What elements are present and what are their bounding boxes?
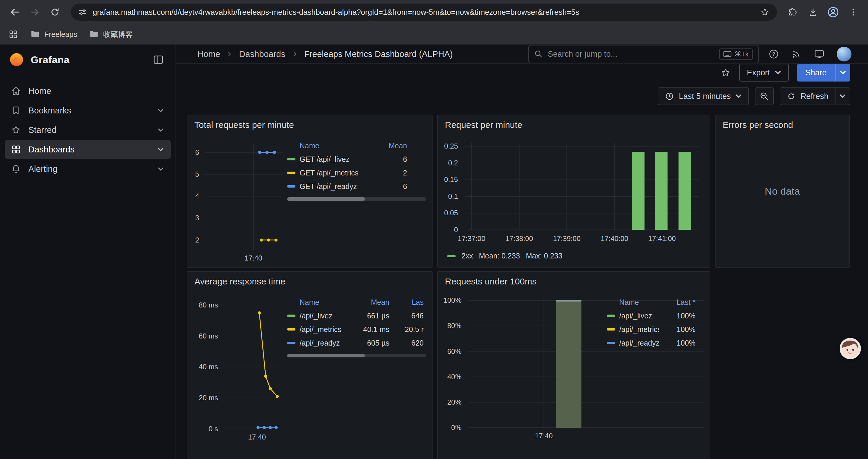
zoom-out-button[interactable]: [755, 88, 774, 105]
legend-row[interactable]: /api/_metrics40.1 ms20.5 r: [287, 323, 426, 336]
news-rss-icon[interactable]: [791, 49, 802, 59]
panel-title[interactable]: Requests under 100ms: [445, 276, 536, 287]
chart-plot[interactable]: [225, 299, 283, 429]
brand-name: Grafana: [31, 54, 69, 66]
y-tick-label: 0%: [451, 423, 462, 432]
legend-row[interactable]: /api/_metrics100%: [607, 323, 703, 336]
legend-row[interactable]: /api/_livez100%: [607, 309, 703, 323]
y-tick-label: 80%: [447, 321, 462, 330]
x-axis: 17:40: [225, 432, 283, 441]
series-swatch: [287, 342, 296, 344]
legend-row[interactable]: /api/_readyz605 µs620: [287, 336, 426, 350]
chart-canvas: [225, 299, 283, 429]
chevron-down-icon: [157, 145, 165, 154]
y-tick-label: 0.1: [448, 192, 458, 201]
series-value: 605 µs: [355, 339, 390, 347]
series-name[interactable]: 2xx: [462, 252, 473, 260]
legend-header-cell[interactable]: Name: [607, 298, 659, 306]
y-tick-label: 4: [195, 191, 199, 201]
profile-button[interactable]: [824, 3, 842, 21]
series-value: 100%: [659, 339, 695, 347]
series-value: 620: [390, 339, 424, 347]
legend-row[interactable]: GET /api/_livez6: [287, 153, 426, 166]
legend-scrollbar-thumb[interactable]: [287, 354, 365, 357]
url-input[interactable]: [93, 8, 754, 17]
legend-header-cell[interactable]: Las: [390, 298, 424, 306]
legend-header-cell[interactable]: Name: [287, 298, 355, 306]
tv-kiosk-icon[interactable]: [814, 48, 825, 60]
y-tick-label: 20%: [447, 398, 462, 407]
share-button[interactable]: Share: [797, 64, 835, 81]
site-settings-icon[interactable]: [78, 7, 88, 17]
bookmark-item[interactable]: 收藏博客: [89, 29, 133, 39]
series-name: GET /api/_readyz: [300, 182, 357, 191]
sidebar-item-bookmarks[interactable]: Bookmarks: [5, 101, 171, 120]
bell-icon: [11, 164, 21, 174]
user-avatar[interactable]: [837, 47, 851, 61]
chart-plot[interactable]: [465, 143, 698, 230]
panel-errors-per-second: Errors per second No data: [715, 114, 850, 268]
legend-header-cell[interactable]: Name: [287, 141, 370, 150]
sidebar-item-starred[interactable]: Starred: [5, 121, 171, 139]
chevron-right-icon: [226, 51, 233, 58]
legend-scrollbar[interactable]: [287, 354, 426, 357]
legend-header-cell[interactable]: Last *: [659, 298, 695, 306]
browser-menu-button[interactable]: [844, 3, 862, 21]
keyboard-icon: [723, 51, 732, 57]
refresh-button[interactable]: Refresh: [780, 88, 836, 105]
favorite-star-icon[interactable]: [720, 67, 731, 78]
panel-title[interactable]: Request per minute: [445, 120, 522, 130]
export-button[interactable]: Export: [739, 64, 789, 81]
legend-row[interactable]: GET /api/_metrics2: [287, 166, 426, 179]
forward-button[interactable]: [26, 3, 44, 21]
series-value: 661 µs: [355, 312, 390, 320]
breadcrumb-home[interactable]: Home: [197, 49, 220, 59]
sidebar-item-dashboards[interactable]: Dashboards: [5, 140, 171, 159]
screen: Freeleaps 收藏博客 Grafana: [0, 0, 868, 459]
url-bar[interactable]: [71, 4, 777, 21]
legend-row[interactable]: GET /api/_readyz6: [287, 179, 426, 193]
refresh-icon: [787, 92, 796, 101]
legend-header-cell[interactable]: Mean: [355, 298, 390, 306]
series-swatch: [287, 315, 296, 317]
downloads-button[interactable]: [804, 3, 822, 21]
chart-plot[interactable]: [205, 143, 283, 250]
panel-title[interactable]: Average response time: [194, 276, 285, 287]
time-range-picker[interactable]: Last 5 minutes: [658, 88, 749, 105]
legend-header-cell[interactable]: Mean: [370, 141, 407, 150]
search-box[interactable]: ⌘+k: [528, 45, 759, 63]
puzzle-icon: [788, 7, 798, 17]
help-icon[interactable]: ?: [768, 48, 779, 60]
grafana-logo-icon[interactable]: [9, 53, 24, 67]
legend-scrollbar[interactable]: [287, 197, 426, 201]
y-tick-label: 20 ms: [199, 393, 218, 402]
refresh-interval-button[interactable]: [835, 88, 850, 105]
bookmark-star-icon[interactable]: [760, 7, 770, 17]
dock-sidebar-icon: [152, 54, 164, 66]
series-value: 100%: [659, 325, 695, 334]
sidebar-item-alerting[interactable]: Alerting: [5, 160, 171, 178]
search-input[interactable]: [548, 50, 714, 59]
x-axis: 17:40: [205, 253, 283, 262]
legend-row[interactable]: /api/_readyz100%: [607, 336, 703, 350]
breadcrumb-dashboards[interactable]: Dashboards: [239, 49, 285, 59]
reload-button[interactable]: [46, 3, 64, 21]
kebab-menu-icon: [848, 7, 858, 17]
legend-scrollbar-thumb[interactable]: [287, 197, 365, 201]
back-button[interactable]: [6, 3, 24, 21]
apps-grid-icon[interactable]: [8, 29, 18, 39]
sidebar-collapse-button[interactable]: [151, 52, 166, 67]
panel-title[interactable]: Total requests per minute: [194, 120, 294, 130]
refresh-label: Refresh: [800, 92, 829, 101]
series-value: 2: [370, 169, 407, 177]
series-value: 100%: [659, 312, 695, 320]
bookmark-item[interactable]: Freeleaps: [30, 29, 77, 39]
home-icon: [11, 86, 21, 96]
legend-row[interactable]: /api/_livez661 µs646: [287, 309, 426, 323]
share-dropdown-button[interactable]: [835, 64, 850, 81]
chat-widget-avatar[interactable]: [840, 338, 861, 359]
extensions-button[interactable]: [784, 3, 802, 21]
y-tick-label: 40%: [447, 372, 462, 382]
y-tick-label: 0.05: [444, 208, 458, 218]
sidebar-item-home[interactable]: Home: [5, 81, 171, 100]
